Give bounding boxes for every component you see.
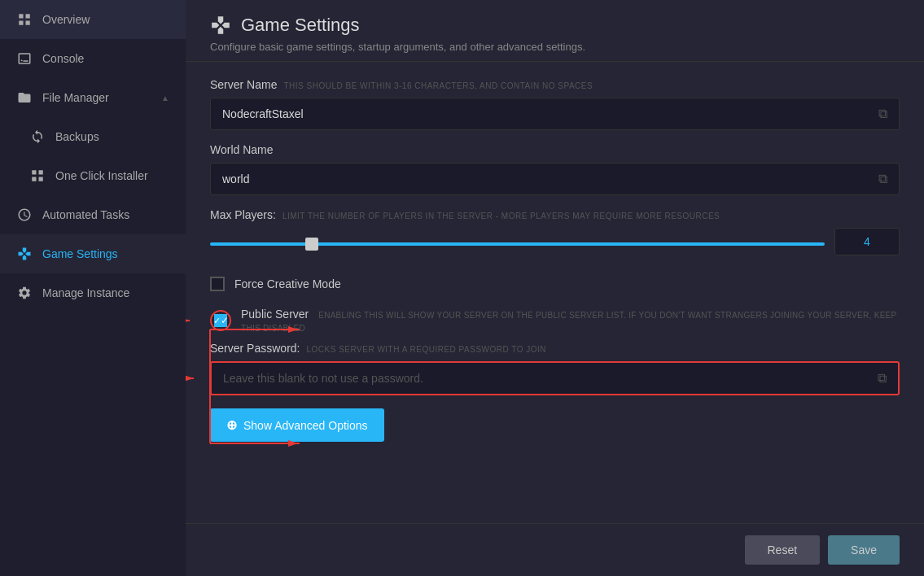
max-players-group: Max Players: LIMIT THE NUMBER OF PLAYERS… [210,208,900,255]
server-name-input-wrap: ⧉ [210,98,900,130]
folder-icon [16,89,33,106]
copy-icon: ⧉ [878,107,887,121]
svg-rect-2 [19,21,23,25]
sidebar-item-console-label: Console [42,52,84,65]
server-password-group: Server Password: LOCKS SERVER WITH A REQ… [210,342,900,395]
sidebar-item-automated-tasks-label: Automated Tasks [42,208,129,221]
public-server-row: ✓ Public Server ENABLING THIS WILL SHOW … [210,299,900,342]
svg-rect-4 [32,170,36,174]
sidebar-item-one-click-label: One Click Installer [55,169,148,182]
form-content: Server Name THIS SHOULD BE WITHIN 3-16 C… [186,62,924,523]
max-players-slider[interactable] [210,242,825,246]
world-name-input-wrap: ⧉ [210,163,900,195]
world-name-input[interactable] [222,172,878,185]
reset-button[interactable]: Reset [745,535,821,565]
terminal-icon [16,50,33,67]
sidebar-item-automated-tasks[interactable]: Automated Tasks [0,195,186,234]
server-name-group: Server Name THIS SHOULD BE WITHIN 3-16 C… [210,78,900,130]
arrow-password [186,370,204,386]
sidebar-item-game-settings[interactable]: Game Settings [0,234,186,273]
sidebar-item-console[interactable]: Console [0,39,186,78]
page-header: Game Settings Configure basic game setti… [186,0,924,62]
server-password-input[interactable] [223,372,878,385]
backup-icon [29,129,46,145]
svg-rect-7 [39,177,43,181]
svg-rect-0 [19,14,23,18]
footer: Reset Save [186,523,924,576]
max-players-slider-row: 4 [210,228,900,255]
sidebar: Overview Console File Manager ▲ Backups … [0,0,186,576]
scroll-up-icon: ▲ [161,94,169,103]
server-password-label: Server Password: LOCKS SERVER WITH A REQ… [210,342,900,355]
world-name-label: World Name [210,143,900,156]
page-title: Game Settings [210,15,900,36]
svg-rect-5 [39,170,43,174]
max-players-slider-wrap [210,234,825,249]
sidebar-item-overview[interactable]: Overview [0,0,186,39]
plus-icon: ⊕ [226,417,237,433]
gamepad-header-icon [210,15,231,36]
main-content: Game Settings Configure basic game setti… [186,0,924,576]
grid-icon [16,11,33,28]
svg-rect-1 [26,14,30,18]
save-button[interactable]: Save [828,535,900,565]
sidebar-item-manage-instance-label: Manage Instance [42,286,129,299]
sidebar-item-file-manager[interactable]: File Manager ▲ [0,78,186,117]
copy-world-icon: ⧉ [878,172,887,186]
show-advanced-options-button[interactable]: ⊕ Show Advanced Options [210,408,384,442]
server-password-input-wrap: ⧉ [210,361,900,395]
public-server-label: Public Server ENABLING THIS WILL SHOW YO… [241,308,900,334]
sidebar-item-overview-label: Overview [42,13,90,26]
installer-icon [29,168,46,184]
arrow-public-server [186,308,202,333]
sidebar-item-one-click-installer[interactable]: One Click Installer [0,156,186,195]
sidebar-item-manage-instance[interactable]: Manage Instance [0,273,186,312]
svg-rect-3 [26,21,30,25]
world-name-group: World Name ⧉ [210,143,900,195]
max-players-label: Max Players: LIMIT THE NUMBER OF PLAYERS… [210,208,900,221]
force-creative-mode-label: Force Creative Mode [234,277,341,290]
sidebar-item-file-manager-label: File Manager [42,91,109,104]
max-players-value: 4 [834,228,900,255]
page-subtitle: Configure basic game settings, startup a… [210,41,900,53]
sidebar-item-backups[interactable]: Backups [0,117,186,156]
force-creative-mode-row: Force Creative Mode [210,268,900,299]
sidebar-item-backups-label: Backups [55,130,99,143]
force-creative-mode-checkbox[interactable] [210,277,225,291]
server-name-label: Server Name THIS SHOULD BE WITHIN 3-16 C… [210,78,900,91]
server-name-input[interactable] [222,107,878,120]
clock-icon [16,207,33,223]
svg-rect-6 [32,177,36,181]
copy-password-icon: ⧉ [878,371,887,386]
manage-icon [16,285,33,301]
gamepad-icon [16,246,33,262]
sidebar-item-game-settings-label: Game Settings [42,247,118,260]
